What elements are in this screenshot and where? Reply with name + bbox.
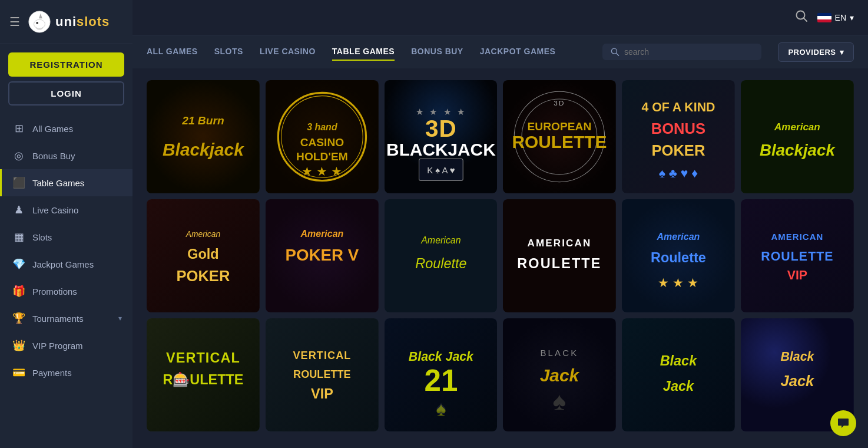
game-visual-6: AmericanBlackjack xyxy=(741,80,854,193)
sidebar-icon-bonus-buy: ◎ xyxy=(12,149,25,162)
game-card-5[interactable]: 4 OF A KINDBONUSPOKER♠ ♣ ♥ ♦ xyxy=(622,80,735,193)
game-visual-4: 3DEUROPEANROULETTE xyxy=(503,80,616,193)
svg-text:American: American xyxy=(774,121,820,133)
sidebar-nav: ⊞ All Games ◎ Bonus Buy ⬛ Table Games ♟ … xyxy=(0,109,132,392)
game-card-14[interactable]: VERTICALROULETTEVIP xyxy=(266,318,379,431)
sidebar-item-all-games[interactable]: ⊞ All Games xyxy=(0,115,132,142)
svg-text:3D: 3D xyxy=(425,115,457,142)
sidebar-item-bonus-buy[interactable]: ◎ Bonus Buy xyxy=(0,142,132,169)
svg-text:★ ★ ★: ★ ★ ★ xyxy=(658,276,699,290)
cat-tab-jackpot-games[interactable]: JACKPOT GAMES xyxy=(480,43,556,61)
sidebar-item-jackpot-games[interactable]: 💎 Jackpot Games xyxy=(0,251,132,278)
sidebar-item-label-tournaments: Tournaments xyxy=(32,314,84,324)
sidebar-item-label-all-games: All Games xyxy=(32,124,73,134)
sidebar-item-vip-program[interactable]: 👑 VIP Program xyxy=(0,332,132,359)
game-card-1[interactable]: 21 BurnBlackjack xyxy=(147,80,260,193)
sidebar-item-live-casino[interactable]: ♟ Live Casino xyxy=(0,196,132,223)
svg-text:Black: Black xyxy=(660,353,698,368)
svg-text:♠: ♠ xyxy=(436,398,446,420)
svg-text:VIP: VIP xyxy=(787,268,807,282)
svg-text:American: American xyxy=(657,232,700,242)
game-card-7[interactable]: AmericanGoldPOKER xyxy=(147,199,260,312)
svg-text:Gold: Gold xyxy=(187,246,218,262)
game-card-11[interactable]: AmericanRoulette★ ★ ★ xyxy=(622,199,735,312)
svg-text:Jack: Jack xyxy=(540,365,580,384)
sidebar-item-tournaments[interactable]: 🏆 Tournaments ▾ xyxy=(0,305,132,332)
svg-text:VERTICAL: VERTICAL xyxy=(293,350,351,361)
sidebar-icon-jackpot-games: 💎 xyxy=(12,258,25,271)
game-visual-5: 4 OF A KINDBONUSPOKER♠ ♣ ♥ ♦ xyxy=(622,80,735,193)
svg-text:BLACK: BLACK xyxy=(541,348,579,358)
svg-text:K ♠ A ♥: K ♠ A ♥ xyxy=(427,166,455,175)
svg-text:VERTICAL: VERTICAL xyxy=(166,350,240,365)
main-content: EN ▾ ALL GAMESSLOTSLIVE CASINOTABLE GAME… xyxy=(132,0,868,448)
cat-tab-all-games[interactable]: ALL GAMES xyxy=(147,43,198,61)
svg-text:♠ ♣ ♥ ♦: ♠ ♣ ♥ ♦ xyxy=(659,166,698,180)
svg-text:Blackjack: Blackjack xyxy=(163,140,244,159)
game-card-16[interactable]: BLACKJack♠ xyxy=(503,318,616,431)
login-button[interactable]: LOGIN xyxy=(8,81,124,106)
game-card-9[interactable]: AmericanRoulette xyxy=(385,199,498,312)
providers-button[interactable]: PROVIDERS ▾ xyxy=(778,42,854,62)
svg-point-3 xyxy=(36,22,38,24)
sidebar-item-table-games[interactable]: ⬛ Table Games xyxy=(0,169,132,196)
svg-text:ROULETTE: ROULETTE xyxy=(761,249,833,263)
sidebar-icon-tournaments: 🏆 xyxy=(12,312,25,325)
registration-button[interactable]: REGISTRATION xyxy=(8,52,124,77)
game-card-2[interactable]: 3 handCASINOHOLD'EM★ ★ ★ xyxy=(266,80,379,193)
svg-text:ROULETTE: ROULETTE xyxy=(512,132,607,151)
game-visual-14: VERTICALROULETTEVIP xyxy=(266,318,379,431)
game-card-10[interactable]: AMERICANROULETTE xyxy=(503,199,616,312)
game-visual-11: AmericanRoulette★ ★ ★ xyxy=(622,199,735,312)
svg-rect-35 xyxy=(741,80,854,193)
game-card-6[interactable]: AmericanBlackjack xyxy=(741,80,854,193)
cat-tab-live-casino[interactable]: LIVE CASINO xyxy=(260,43,316,61)
game-visual-8: AmericanPOKER V xyxy=(266,199,379,312)
sidebar-item-payments[interactable]: 💳 Payments xyxy=(0,359,132,386)
logo-unicorn xyxy=(28,11,51,33)
svg-text:ROULETTE: ROULETTE xyxy=(518,256,602,271)
cat-tab-bonus-buy[interactable]: BONUS BUY xyxy=(411,43,463,61)
svg-text:21: 21 xyxy=(424,363,458,397)
chevron-icon: ▾ xyxy=(118,314,122,322)
sidebar-item-label-bonus-buy: Bonus Buy xyxy=(32,151,75,161)
svg-text:3 hand: 3 hand xyxy=(307,122,338,132)
svg-text:ROULETTE: ROULETTE xyxy=(293,368,351,380)
sidebar-buttons: REGISTRATION LOGIN xyxy=(0,44,132,109)
sidebar-item-slots[interactable]: ▦ Slots xyxy=(0,223,132,251)
game-visual-12: AMERICANROULETTEVIP xyxy=(741,199,854,312)
svg-text:HOLD'EM: HOLD'EM xyxy=(296,150,348,163)
cat-tab-table-games[interactable]: TABLE GAMES xyxy=(332,43,395,61)
sidebar-item-promotions[interactable]: 🎁 Promotions xyxy=(0,278,132,305)
game-card-4[interactable]: 3DEUROPEANROULETTE xyxy=(503,80,616,193)
svg-text:American: American xyxy=(185,229,221,239)
game-card-15[interactable]: Black Jack21♠♠ xyxy=(385,318,498,431)
game-visual-1: 21 BurnBlackjack xyxy=(147,80,260,193)
hamburger-icon[interactable]: ☰ xyxy=(9,15,20,29)
svg-text:AMERICAN: AMERICAN xyxy=(771,232,824,242)
search-input[interactable] xyxy=(624,47,753,57)
chat-bubble[interactable] xyxy=(830,410,856,436)
game-visual-16: BLACKJack♠ xyxy=(503,318,616,431)
sidebar-item-label-promotions: Promotions xyxy=(32,286,77,297)
svg-text:Blackjack: Blackjack xyxy=(760,141,836,159)
svg-text:Jack: Jack xyxy=(663,378,694,393)
sidebar-icon-slots: ▦ xyxy=(12,230,25,243)
game-card-13[interactable]: VERTICALR🎰ULETTE xyxy=(147,318,260,431)
game-card-12[interactable]: AMERICANROULETTEVIP xyxy=(741,199,854,312)
sidebar-item-label-slots: Slots xyxy=(32,232,52,242)
language-button[interactable]: EN ▾ xyxy=(817,13,854,22)
sidebar-header: ☰ unislots xyxy=(0,0,132,44)
sidebar-icon-payments: 💳 xyxy=(12,366,25,379)
game-card-17[interactable]: BlackJack xyxy=(622,318,735,431)
sidebar-item-label-live-casino: Live Casino xyxy=(32,205,78,215)
cat-tab-slots[interactable]: SLOTS xyxy=(214,43,243,61)
svg-text:Black: Black xyxy=(781,350,815,364)
svg-text:VIP: VIP xyxy=(311,386,333,401)
lang-label: EN xyxy=(835,13,846,22)
svg-line-5 xyxy=(803,18,807,22)
sidebar-icon-vip-program: 👑 xyxy=(12,339,25,352)
topbar-search-icon[interactable] xyxy=(795,9,808,25)
game-card-3[interactable]: ★ ★ ★ ★3DBLACKJACKK ♠ A ♥ xyxy=(385,80,498,193)
game-card-8[interactable]: AmericanPOKER V xyxy=(266,199,379,312)
